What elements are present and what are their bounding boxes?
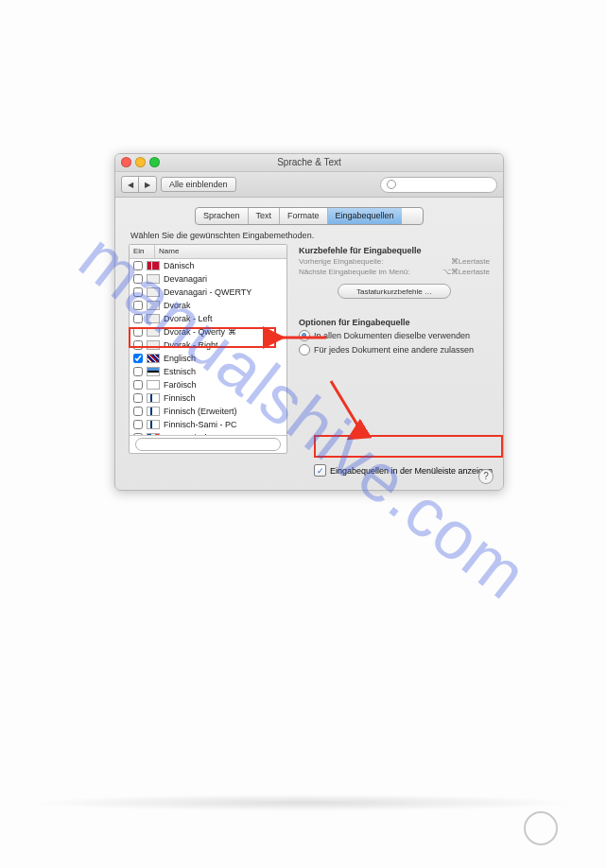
tab-formate[interactable]: Formate xyxy=(280,208,328,224)
list-item-checkbox[interactable] xyxy=(133,287,143,297)
list-item-label: Finnisch-Sami - PC xyxy=(164,420,237,429)
flag-icon xyxy=(147,301,160,310)
list-item-label: Dänisch xyxy=(164,261,195,270)
list-item[interactable]: Devanagari xyxy=(130,272,286,286)
forward-button[interactable]: ▶ xyxy=(139,177,156,192)
list-item-checkbox[interactable] xyxy=(133,327,143,337)
list-item[interactable]: Finnisch xyxy=(130,391,286,405)
flag-icon xyxy=(147,407,160,416)
list-item-checkbox[interactable] xyxy=(133,367,143,376)
flag-icon xyxy=(147,261,160,270)
list-item[interactable]: Finnisch-Sami - PC xyxy=(130,418,286,431)
window-titlebar: Sprache & Text xyxy=(115,154,503,172)
list-item-label: Dvorak xyxy=(164,301,191,310)
minimize-icon[interactable] xyxy=(135,157,146,167)
checkbox-icon: ✓ xyxy=(314,464,326,477)
show-all-button[interactable]: Alle einblenden xyxy=(161,177,236,192)
radio-icon xyxy=(299,344,310,356)
list-item[interactable]: Devanagari - QWERTY xyxy=(130,286,286,299)
next-shortcut-label: Nächste Eingabequelle im Menü: xyxy=(299,268,409,276)
list-item-label: Devanagari xyxy=(164,274,207,284)
list-item-checkbox[interactable] xyxy=(133,380,143,390)
close-icon[interactable] xyxy=(121,157,131,167)
tab-bar: SprachenTextFormateEingabequellen xyxy=(195,207,424,225)
list-item-label: Englisch xyxy=(164,354,196,363)
list-item-label: Finnisch xyxy=(164,393,196,403)
next-shortcut-key: ⌥⌘Leertaste xyxy=(442,268,490,276)
list-item-checkbox[interactable] xyxy=(133,301,143,310)
list-item[interactable]: Dvorak - Right xyxy=(130,339,286,352)
nav-segment: ◀ ▶ xyxy=(121,176,157,193)
list-item-label: Faröisch xyxy=(164,380,197,390)
tab-eingabequellen[interactable]: Eingabequellen xyxy=(328,208,402,224)
list-item[interactable]: Dvorak xyxy=(130,299,286,312)
column-header-ein[interactable]: Ein xyxy=(130,245,155,258)
list-item-label: Finnisch (Erweitert) xyxy=(164,407,237,416)
list-item-label: Dvorak - Right xyxy=(164,340,218,350)
help-button[interactable]: ? xyxy=(478,469,494,484)
list-item[interactable]: Englisch xyxy=(130,352,286,365)
list-item-label: Devanagari - QWERTY xyxy=(164,287,251,297)
instruction-text: Wählen Sie die gewünschten Eingabemethod… xyxy=(130,231,490,240)
list-item-label: Dvorak - Left xyxy=(164,314,213,323)
prev-shortcut-label: Vorherige Eingabequelle: xyxy=(299,257,383,266)
input-source-list: Ein Name DänischDevanagariDevanagari - Q… xyxy=(129,244,287,454)
list-item[interactable]: Finnisch (Erweitert) xyxy=(130,405,286,418)
flag-icon xyxy=(147,314,160,323)
options-title: Optionen für Eingabequelle xyxy=(299,318,490,327)
page-shadow xyxy=(28,794,579,811)
list-item-checkbox[interactable] xyxy=(133,393,143,403)
list-item[interactable]: Dvorak - Qwerty ⌘ xyxy=(130,325,286,339)
column-header-name[interactable]: Name xyxy=(155,245,286,258)
flag-icon xyxy=(147,420,160,429)
list-item[interactable]: Estnisch xyxy=(130,365,286,378)
radio-icon xyxy=(299,330,310,341)
list-item-checkbox[interactable] xyxy=(133,407,143,416)
flag-icon xyxy=(147,380,160,390)
back-button[interactable]: ◀ xyxy=(122,177,139,192)
list-item[interactable]: Faröisch xyxy=(130,378,286,391)
zoom-icon[interactable] xyxy=(149,157,160,167)
shortcuts-title: Kurzbefehle für Eingabequelle xyxy=(299,246,490,255)
page-number-circle xyxy=(524,811,558,845)
radio-same-all[interactable]: In allen Dokumenten dieselbe verwenden xyxy=(299,330,490,341)
flag-icon xyxy=(147,354,160,363)
list-item-label: Estnisch xyxy=(164,367,196,376)
window-title: Sprache & Text xyxy=(277,157,341,167)
list-item-checkbox[interactable] xyxy=(133,420,143,429)
show-in-menubar-label: Eingabequellen in der Menüleiste anzeige… xyxy=(330,466,493,476)
tab-sprachen[interactable]: Sprachen xyxy=(196,208,249,224)
list-item-checkbox[interactable] xyxy=(133,354,143,363)
show-in-menubar-checkbox[interactable]: ✓ Eingabequellen in der Menüleiste anzei… xyxy=(314,464,493,477)
prev-shortcut-key: ⌘Leertaste xyxy=(451,257,490,266)
flag-icon xyxy=(147,340,160,350)
toolbar: ◀ ▶ Alle einblenden xyxy=(115,172,503,198)
keyboard-shortcuts-button[interactable]: Tastaturkurzbefehle … xyxy=(338,284,451,299)
flag-icon xyxy=(147,393,160,403)
flag-icon xyxy=(147,274,160,284)
list-item-checkbox[interactable] xyxy=(133,274,143,284)
list-item-checkbox[interactable] xyxy=(133,340,143,350)
list-item-label: Dvorak - Qwerty ⌘ xyxy=(164,327,236,337)
search-input[interactable] xyxy=(380,177,497,193)
list-item-checkbox[interactable] xyxy=(133,314,143,323)
list-search-input[interactable] xyxy=(135,438,281,451)
list-item-checkbox[interactable] xyxy=(133,261,143,270)
list-item[interactable]: Dvorak - Left xyxy=(130,312,286,325)
tab-text[interactable]: Text xyxy=(249,208,281,224)
flag-icon xyxy=(147,287,160,297)
flag-icon xyxy=(147,367,160,376)
list-item[interactable]: Dänisch xyxy=(130,259,286,272)
radio-per-document[interactable]: Für jedes Dokument eine andere zulassen xyxy=(299,344,490,356)
flag-icon xyxy=(147,327,160,337)
